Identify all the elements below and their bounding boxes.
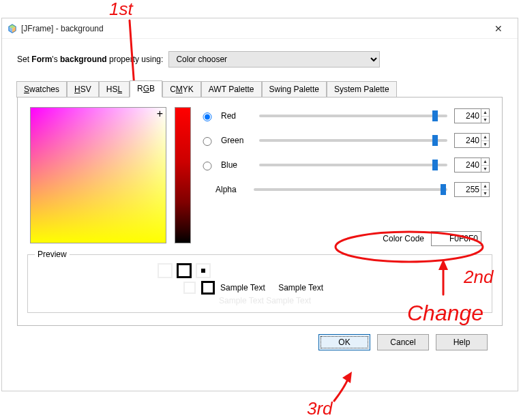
red-slider[interactable] — [259, 115, 447, 117]
tab-system-palette[interactable]: System Palette — [327, 81, 397, 97]
cancel-button[interactable]: Cancel — [377, 334, 429, 350]
blue-label: Blue — [221, 160, 252, 170]
red-spinner[interactable]: ▲▼ — [454, 108, 490, 123]
green-radio[interactable] — [203, 137, 212, 146]
color-code-row: Color Code — [383, 231, 481, 246]
spinner-up-icon[interactable]: ▲ — [481, 109, 489, 117]
help-button[interactable]: Help — [436, 334, 488, 350]
color-dialog: [JFrame] - background ✕ Set Form's backg… — [1, 18, 518, 391]
window-title: [JFrame] - background — [21, 24, 485, 33]
dialog-footer: OK Cancel Help — [17, 326, 503, 350]
spinner-up-icon[interactable]: ▲ — [481, 183, 489, 190]
dialog-body: Set Form's background property using: Co… — [2, 39, 518, 359]
tab-swing-palette[interactable]: Swing Palette — [262, 81, 327, 97]
green-spinner[interactable]: ▲▼ — [454, 133, 490, 148]
spinner-up-icon[interactable]: ▲ — [481, 158, 489, 166]
gradient-cursor-icon: + — [157, 110, 163, 117]
tab-cmyk[interactable]: CMYK — [162, 81, 201, 97]
ok-button[interactable]: OK — [318, 334, 370, 350]
tab-rgb[interactable]: RGB — [130, 80, 162, 97]
blue-row: Blue ▲▼ — [199, 158, 490, 172]
annotation-3rd: 3rd — [307, 398, 333, 419]
preview-swatch-5 — [201, 281, 215, 295]
preview-legend: Preview — [35, 250, 70, 259]
alpha-value-input[interactable] — [455, 183, 481, 196]
preview-swatch-3 — [196, 263, 211, 278]
spinner-down-icon[interactable]: ▼ — [481, 166, 489, 172]
sample-text-2: Sample Text — [278, 283, 323, 292]
sample-text-ghost: Sample Text Sample Text — [219, 296, 485, 305]
blue-radio[interactable] — [203, 162, 212, 170]
alpha-row: Alpha ▲▼ — [199, 182, 490, 197]
app-icon — [8, 24, 17, 33]
spinner-down-icon[interactable]: ▼ — [481, 141, 489, 148]
red-value-input[interactable] — [455, 109, 481, 123]
tab-awt-palette[interactable]: AWT Palette — [201, 81, 262, 97]
color-code-input[interactable] — [431, 231, 481, 246]
tab-bar: Swatches HSV HSL RGB CMYK AWT Palette Sw… — [16, 80, 503, 97]
tab-hsv[interactable]: HSV — [67, 81, 99, 97]
channel-sliders: Red ▲▼ Green ▲▼ — [199, 107, 490, 243]
spinner-down-icon[interactable]: ▼ — [481, 190, 489, 197]
preview-swatch-1 — [158, 263, 173, 278]
tab-swatches[interactable]: Swatches — [16, 81, 67, 97]
green-slider[interactable] — [259, 139, 447, 142]
preview-group: Preview Sample Text Sample Text Sample T… — [18, 247, 502, 318]
red-label: Red — [221, 111, 252, 121]
green-label: Green — [221, 136, 252, 145]
spinner-down-icon[interactable]: ▼ — [481, 117, 489, 123]
annotation-1st: 1st — [109, 0, 134, 19]
close-button[interactable]: ✕ — [485, 19, 512, 38]
green-row: Green ▲▼ — [199, 133, 490, 148]
rgb-panel: + Red ▲▼ Green — [17, 97, 503, 326]
tab-hsl[interactable]: HSL — [99, 81, 130, 97]
preview-swatch-4 — [183, 282, 196, 294]
alpha-slider[interactable] — [254, 188, 447, 191]
red-radio[interactable] — [203, 112, 212, 121]
property-header: Set Form's background property using: Co… — [17, 51, 503, 68]
editor-selector[interactable]: Color chooser — [168, 51, 380, 68]
preview-swatch-2 — [177, 263, 192, 278]
titlebar: [JFrame] - background ✕ — [2, 18, 518, 39]
blue-slider[interactable] — [259, 164, 447, 166]
property-label: Set Form's background property using: — [17, 55, 163, 64]
green-value-input[interactable] — [455, 134, 481, 147]
spinner-up-icon[interactable]: ▲ — [481, 134, 489, 141]
alpha-spinner[interactable]: ▲▼ — [454, 182, 490, 197]
blue-value-input[interactable] — [455, 158, 481, 172]
sample-text-1: Sample Text — [220, 283, 265, 292]
hue-bar[interactable] — [175, 107, 191, 243]
color-code-label: Color Code — [383, 234, 424, 243]
color-gradient[interactable]: + — [30, 107, 166, 243]
alpha-label: Alpha — [215, 185, 247, 194]
red-row: Red ▲▼ — [199, 108, 490, 123]
blue-spinner[interactable]: ▲▼ — [454, 158, 490, 172]
